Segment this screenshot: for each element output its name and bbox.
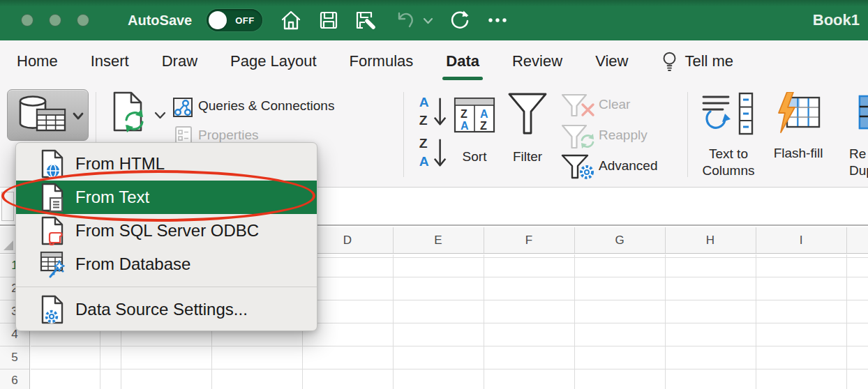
sort-ascending-button[interactable]: A Z: [417, 93, 448, 130]
filter-button[interactable]: Filter: [495, 149, 560, 165]
clear-filter-icon: [561, 93, 596, 117]
title-bar: AutoSave OFF Book1: [0, 0, 868, 40]
remove-duplicates-button[interactable]: Re Dup: [849, 146, 868, 179]
menu-item-from-database[interactable]: From Database: [16, 247, 317, 281]
redo-icon[interactable]: [448, 8, 472, 32]
get-data-dropdown-menu: From HTML From Text From SQL Server ODBC: [15, 142, 317, 331]
text-to-columns-icon[interactable]: [702, 92, 755, 137]
refresh-all-button[interactable]: [107, 91, 151, 135]
ribbon-tab-bar: Home Insert Draw Page Layout Formulas Da…: [0, 40, 868, 82]
svg-text:Z: Z: [419, 136, 428, 151]
menu-item-from-html[interactable]: From HTML: [16, 147, 317, 181]
from-sql-server-odbc-icon: [40, 216, 65, 245]
tab-draw[interactable]: Draw: [162, 52, 197, 70]
svg-text:A: A: [419, 154, 429, 169]
tab-view[interactable]: View: [595, 52, 628, 70]
remove-duplicates-icon[interactable]: [858, 92, 868, 132]
autosave-toggle[interactable]: OFF: [207, 9, 262, 31]
autosave-label: AutoSave: [128, 0, 192, 40]
reapply-filter-icon: [561, 124, 596, 149]
advanced-filter-button[interactable]: Advanced: [599, 158, 658, 174]
name-box[interactable]: [1, 192, 14, 221]
clear-filter-button: Clear: [599, 97, 630, 112]
get-data-button[interactable]: [7, 89, 89, 141]
tab-review[interactable]: Review: [512, 52, 562, 70]
flash-fill-icon[interactable]: [776, 92, 821, 134]
svg-text:Z: Z: [480, 120, 487, 132]
tab-page-layout[interactable]: Page Layout: [230, 52, 317, 70]
select-all-corner[interactable]: [3, 241, 13, 250]
from-html-icon: [40, 149, 65, 178]
menu-item-label: From HTML: [75, 154, 165, 174]
queries-connections-button[interactable]: Queries & Connections: [198, 98, 334, 114]
autosave-toggle-state: OFF: [230, 9, 260, 31]
menu-item-label: From Text: [75, 188, 149, 207]
lightbulb-icon: [661, 51, 678, 73]
home-icon[interactable]: [279, 8, 303, 32]
menu-item-from-text[interactable]: From Text: [16, 181, 317, 214]
column-header-e[interactable]: E: [393, 227, 484, 254]
window-zoom-button[interactable]: [77, 14, 89, 26]
group-divider: [687, 92, 688, 177]
refresh-menu-chevron-icon[interactable]: [154, 112, 166, 119]
get-data-icon: [12, 94, 86, 137]
menu-item-data-source-settings[interactable]: Data Source Settings...: [16, 293, 317, 326]
svg-text:A: A: [480, 108, 488, 120]
undo-icon[interactable]: [394, 8, 417, 32]
advanced-filter-icon[interactable]: [561, 154, 596, 181]
group-divider: [403, 92, 404, 177]
tab-tell-me-label: Tell me: [684, 52, 733, 70]
data-source-settings-icon: [40, 295, 65, 324]
tab-formulas[interactable]: Formulas: [350, 52, 414, 70]
window-close-button[interactable]: [21, 14, 33, 26]
from-database-icon: [40, 250, 65, 279]
menu-item-from-sql-server-odbc[interactable]: From SQL Server ODBC: [16, 214, 317, 247]
column-header-i[interactable]: I: [756, 227, 846, 254]
column-header-g[interactable]: G: [574, 227, 665, 254]
svg-text:Z: Z: [461, 108, 467, 120]
menu-item-label: Data Source Settings...: [75, 300, 248, 319]
filter-icon[interactable]: [507, 91, 548, 139]
window-minimize-button[interactable]: [49, 14, 61, 26]
column-header-h[interactable]: H: [665, 227, 756, 254]
column-header-f[interactable]: F: [484, 227, 574, 254]
more-options-icon[interactable]: [486, 8, 509, 32]
undo-menu-chevron-icon[interactable]: [423, 17, 433, 24]
properties-button: Properties: [198, 128, 259, 143]
menu-item-label: From Database: [75, 254, 190, 274]
flash-fill-button[interactable]: Flash-fill: [765, 146, 832, 161]
tab-tell-me[interactable]: Tell me: [661, 51, 733, 73]
tab-home[interactable]: Home: [17, 52, 58, 70]
from-text-icon: [40, 183, 65, 212]
menu-separator: [16, 287, 317, 287]
tab-insert[interactable]: Insert: [91, 52, 129, 70]
save-as-icon[interactable]: [353, 8, 377, 32]
svg-text:Z: Z: [419, 113, 428, 128]
row-header-5[interactable]: 5: [0, 346, 29, 369]
autosave-toggle-knob: [209, 11, 227, 29]
svg-text:A: A: [461, 120, 469, 132]
sort-dialog-icon[interactable]: Z A A Z: [454, 91, 495, 139]
text-to-columns-button[interactable]: Text to Columns: [692, 146, 765, 179]
reapply-filter-button: Reapply: [599, 128, 648, 143]
svg-text:A: A: [419, 95, 429, 109]
row-header-6[interactable]: 6: [0, 369, 29, 389]
queries-connections-icon[interactable]: [172, 96, 194, 119]
tab-data[interactable]: Data: [446, 52, 479, 70]
save-icon[interactable]: [317, 8, 341, 32]
menu-item-label: From SQL Server ODBC: [75, 221, 259, 241]
document-title: Book1: [813, 0, 860, 40]
